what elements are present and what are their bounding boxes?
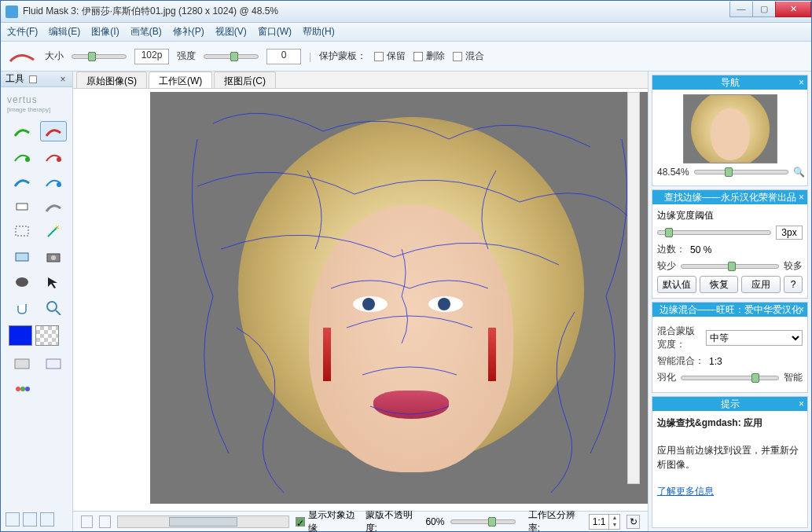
tip-body: 应用当前边缘找到设置，并重新分析图像。 [657,445,799,470]
center-area: 原始图像(S) 工作区(W) 抠图后(C) [73,72,648,531]
canvas-wrap [73,89,648,511]
tip-heading: 边缘查找&gmdash: 应用 [657,417,762,428]
resolution-spinner[interactable]: 1:1▲▼ [589,514,621,530]
blend-width-label: 混合蒙版宽度： [657,325,701,351]
size-field[interactable]: 102p [134,49,169,64]
chk-keep[interactable]: 保留 [374,50,406,63]
patch-tool[interactable] [9,247,35,267]
marquee-tool[interactable] [9,222,35,242]
vertical-scrollbar[interactable] [627,92,640,484]
edge-overlay [150,92,648,504]
clean-brush-tool[interactable] [40,196,67,217]
strength-field[interactable]: 0 [266,49,301,64]
snapshot-tool[interactable] [40,247,67,267]
tip-link[interactable]: 了解更多信息 [657,486,714,497]
panel-close-icon[interactable]: × [58,74,68,85]
zoom-slider[interactable] [694,170,788,174]
mask-opacity-slider[interactable] [450,519,515,524]
navigator-close-icon[interactable]: × [799,77,804,88]
help-button[interactable]: ? [784,276,803,293]
edge-count-value: 50 % [690,244,711,255]
svg-point-7 [51,255,56,260]
app-window: Fluid Mask 3: 伊丽莎·库斯伯特01.jpg (1280 x 102… [0,0,812,532]
apply-button[interactable]: 应用 [741,276,781,293]
minimize-button[interactable]: — [729,2,753,17]
menu-window[interactable]: 窗口(W) [258,25,292,39]
reset-button[interactable]: 恢复 [700,276,739,293]
color-swatches [1,321,72,350]
workspace-save-tool[interactable] [9,354,35,374]
refresh-button[interactable]: ↻ [626,515,640,529]
chk-blend[interactable]: 混合 [453,50,484,63]
right-panels: 导航× 48.54% 🔍 查找边缘——永乐汉化荣誉出品× 边缘宽度阈值 [648,72,811,531]
menu-patch[interactable]: 修补(P) [173,25,204,39]
tip-close-icon[interactable]: × [799,398,804,409]
threshold-slider[interactable] [657,230,771,235]
zoom-value: 48.54% [657,167,689,178]
tab-workspace[interactable]: 工作区(W) [149,72,212,88]
tools-panel-title: 工具 [6,72,24,86]
menu-image[interactable]: 图像(I) [91,25,119,39]
foreground-swatch[interactable] [9,325,32,346]
edge-find-panel: 查找边缘——永乐汉化荣誉出品× 边缘宽度阈值 3px 边数： 50 % 较少 较 [652,189,808,299]
view-mode-3[interactable] [40,512,54,526]
smart-blend-value: 1:3 [709,356,722,367]
canvas[interactable] [150,92,648,504]
show-edges-checkbox[interactable]: ✓显示对象边缘 [296,508,358,533]
workspace-load-tool[interactable] [40,354,67,374]
view-mode-1[interactable] [6,512,20,526]
size-label: 大小 [45,50,64,63]
edge-blend-title: 边缘混合——旺旺：爱中华爱汉化 [660,303,801,317]
threshold-label: 边缘宽度阈值 [657,209,803,222]
fit-button[interactable] [81,515,93,528]
edge-count-slider[interactable] [681,264,779,269]
tab-cutout[interactable]: 抠图后(C) [214,72,276,88]
svg-rect-3 [17,204,28,210]
close-button[interactable]: ✕ [775,2,811,17]
keep-brush-tool[interactable] [9,121,35,141]
menu-view[interactable]: 视图(V) [215,25,247,39]
menu-brush[interactable]: 画笔(B) [130,25,162,39]
menu-help[interactable]: 帮助(H) [303,25,335,39]
tab-original[interactable]: 原始图像(S) [76,72,147,88]
delete-local-tool[interactable] [40,146,67,167]
edge-blend-close-icon[interactable]: × [799,304,804,315]
tools-panel: 工具 × vertus[image therapy] [1,72,73,531]
horizontal-scrollbar[interactable] [117,515,290,528]
navigator-thumbnail[interactable] [683,94,777,163]
default-button[interactable]: 默认值 [657,276,696,293]
edge-find-close-icon[interactable]: × [799,192,804,203]
chk-delete[interactable]: 删除 [413,50,445,63]
vertus-logo: vertus[image therapy] [1,87,72,118]
background-swatch[interactable] [35,325,59,346]
eraser-tool[interactable] [9,196,35,217]
zoom-tool[interactable] [40,297,67,317]
menu-file[interactable]: 文件(F) [7,25,38,39]
delete-brush-tool[interactable] [40,121,67,141]
threshold-value[interactable]: 3px [776,226,803,240]
hand-tool[interactable] [9,297,35,317]
strength-slider[interactable] [204,54,259,59]
svg-point-2 [57,182,61,187]
feather-slider[interactable] [681,376,779,380]
blend-width-combo[interactable]: 中等 [706,330,803,346]
size-slider[interactable] [72,54,127,59]
magic-wand-tool[interactable] [40,222,67,242]
color-sample-tool[interactable] [9,272,35,292]
actual-button[interactable] [99,515,111,528]
pin-icon[interactable] [29,75,37,83]
arrow-tool[interactable] [40,272,67,292]
palette-tool[interactable] [9,379,35,399]
svg-point-0 [25,157,30,162]
menu-edit[interactable]: 编辑(E) [49,25,80,39]
maximize-button[interactable]: ▢ [752,2,776,17]
strength-label: 强度 [177,50,196,63]
svg-rect-5 [16,253,28,261]
blend-exact-tool[interactable] [40,171,67,192]
keep-local-tool[interactable] [9,146,35,167]
view-mode-2[interactable] [23,512,37,526]
svg-point-8 [16,277,28,287]
svg-point-9 [47,302,57,311]
zoom-in-icon[interactable]: 🔍 [793,167,803,178]
blend-brush-tool[interactable] [9,171,35,192]
